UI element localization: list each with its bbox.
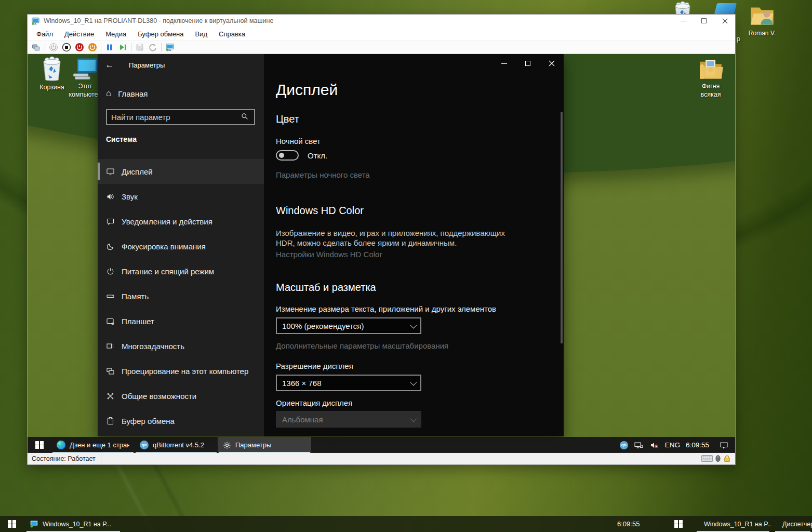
scale-dropdown[interactable]: 100% (рекомендуется) bbox=[276, 317, 421, 334]
close-icon bbox=[722, 18, 728, 24]
menu-media[interactable]: Медиа bbox=[100, 28, 132, 40]
sidebar-item-multitasking[interactable]: Многозадачность bbox=[98, 334, 264, 358]
menu-file[interactable]: Файл bbox=[31, 28, 59, 40]
search-icon[interactable] bbox=[241, 112, 254, 123]
back-button[interactable]: ← bbox=[98, 60, 122, 70]
virtual-machine-icon bbox=[31, 17, 40, 25]
host-taskbar-item-taskmgr[interactable]: Диспетчер bbox=[774, 516, 812, 532]
sidebar-item-tablet[interactable]: Планшет bbox=[98, 309, 264, 334]
vm-folder-icon[interactable]: Фигня всякая bbox=[693, 57, 729, 99]
user-folder-icon bbox=[749, 4, 776, 28]
host-user-folder-label: Roman V. bbox=[747, 30, 778, 37]
night-light-label: Ночной свет bbox=[276, 137, 321, 145]
settings-search-box bbox=[106, 109, 255, 125]
sidebar-item-home[interactable]: ⌂ Главная bbox=[106, 86, 148, 101]
vm-start-button[interactable] bbox=[28, 437, 51, 453]
resume-icon[interactable] bbox=[118, 43, 127, 52]
sidebar-section-label: Система bbox=[106, 135, 137, 143]
taskbar-item-qbittorrent[interactable]: qBittorrent v4.5.2 bbox=[135, 437, 218, 453]
host-taskbar-item-vm1[interactable]: Windows_10_R1 на P... bbox=[25, 516, 122, 532]
volume-muted-icon[interactable] bbox=[649, 441, 659, 450]
virtual-machine-icon bbox=[30, 520, 38, 528]
host-user-folder-icon[interactable]: Roman V. bbox=[747, 4, 778, 37]
menu-help[interactable]: Справка bbox=[213, 28, 251, 40]
night-light-toggle[interactable] bbox=[276, 150, 299, 161]
host-taskbar-item-vm2[interactable]: Windows_10_R1 на P... bbox=[695, 516, 771, 532]
recycle-bin-icon bbox=[39, 56, 64, 82]
sidebar-item-power-sleep[interactable]: Питание и спящий режим bbox=[98, 259, 264, 284]
search-input[interactable] bbox=[107, 113, 241, 122]
windows-logo-icon bbox=[674, 520, 683, 528]
scrollbar-thumb[interactable] bbox=[561, 112, 563, 343]
minimize-button[interactable] bbox=[673, 15, 694, 26]
pause-icon[interactable] bbox=[105, 43, 114, 52]
save-state-icon[interactable] bbox=[88, 43, 97, 52]
advanced-scaling-link[interactable]: Дополнительные параметры масштабирования bbox=[276, 341, 448, 350]
language-indicator[interactable]: ENG bbox=[665, 441, 680, 449]
resolution-dropdown[interactable]: 1366 × 768 bbox=[276, 375, 421, 391]
sidebar-item-storage[interactable]: Память bbox=[98, 284, 264, 309]
running-indicator bbox=[136, 452, 217, 453]
night-light-settings-link[interactable]: Параметры ночного света bbox=[276, 170, 370, 179]
settings-minimize-button[interactable] bbox=[492, 54, 516, 73]
host-partial-icon-label: p bbox=[737, 35, 740, 43]
shut-down-icon[interactable] bbox=[75, 43, 84, 52]
sidebar-item-focus-assist[interactable]: Фокусировка внимания bbox=[98, 234, 264, 259]
storage-icon bbox=[106, 292, 115, 301]
toolbar-separator bbox=[131, 43, 131, 52]
scale-heading: Масштаб и разметка bbox=[276, 282, 376, 294]
maximize-button[interactable] bbox=[694, 15, 714, 26]
network-icon[interactable] bbox=[634, 441, 644, 450]
chevron-down-icon bbox=[410, 379, 417, 385]
close-button[interactable] bbox=[714, 15, 735, 26]
settings-close-button[interactable] bbox=[540, 54, 564, 73]
menu-view[interactable]: Вид bbox=[189, 28, 213, 40]
sidebar-item-display[interactable]: Дисплей bbox=[98, 159, 264, 184]
vm-connection-window: Windows_10_R1 на PROLIANT-DL380 - подклю… bbox=[27, 14, 736, 465]
host-start-button[interactable] bbox=[0, 516, 24, 532]
toolbar-separator bbox=[45, 43, 45, 52]
orientation-dropdown: Альбомная bbox=[276, 411, 421, 428]
menu-clipboard[interactable]: Буфер обмена bbox=[132, 28, 189, 40]
windows-logo-icon bbox=[35, 441, 44, 449]
checkpoint-icon[interactable] bbox=[135, 43, 144, 52]
vm-folder-label: Фигня всякая bbox=[693, 82, 729, 99]
chevron-down-icon bbox=[410, 322, 417, 328]
color-heading: Цвет bbox=[276, 113, 299, 125]
vm-system-tray: ENG 6:09:55 bbox=[620, 437, 735, 453]
enhanced-session-icon[interactable] bbox=[165, 43, 175, 52]
sidebar-item-shared-experiences[interactable]: Общие возможности bbox=[98, 383, 264, 408]
selected-accent-bar bbox=[98, 163, 100, 180]
host-start-button-monitor2[interactable] bbox=[667, 516, 690, 532]
hdr-settings-link[interactable]: Настройки Windows HD Color bbox=[276, 250, 382, 259]
running-indicator bbox=[219, 452, 310, 453]
maximize-icon bbox=[701, 18, 707, 23]
notifications-icon bbox=[106, 217, 115, 226]
taskbar-item-edge[interactable]: Дзен и еще 1 страни... bbox=[51, 437, 135, 453]
revert-icon[interactable] bbox=[148, 43, 157, 52]
host-taskbar: Windows_10_R1 на P... 6:09:55 Windows_10… bbox=[0, 516, 812, 532]
sidebar-item-notifications[interactable]: Уведомления и действия bbox=[98, 209, 264, 234]
projecting-icon bbox=[106, 367, 115, 376]
settings-maximize-button[interactable] bbox=[516, 54, 540, 73]
vm-status-bar: Состояние: Работает bbox=[28, 452, 735, 464]
host-clock[interactable]: 6:09:55 bbox=[617, 516, 651, 532]
menu-action[interactable]: Действие bbox=[59, 28, 100, 40]
sidebar-item-sound[interactable]: Звук bbox=[98, 184, 264, 209]
qbittorrent-tray-icon[interactable] bbox=[620, 441, 628, 449]
chevron-down-icon bbox=[410, 415, 417, 422]
settings-app-title: Параметры bbox=[129, 61, 165, 69]
vm-clock[interactable]: 6:09:55 bbox=[686, 441, 709, 449]
taskbar-item-settings[interactable]: Параметры bbox=[218, 437, 311, 453]
sidebar-item-clipboard[interactable]: Буфер обмена bbox=[98, 408, 264, 433]
start-vm-icon[interactable] bbox=[49, 43, 58, 52]
orientation-label: Ориентация дисплея bbox=[276, 398, 352, 407]
vm-window-titlebar[interactable]: Windows_10_R1 на PROLIANT-DL380 - подклю… bbox=[28, 15, 735, 27]
sidebar-item-projecting[interactable]: Проецирование на этот компьютер bbox=[98, 358, 264, 383]
turn-off-icon[interactable] bbox=[62, 43, 71, 52]
lock-icon bbox=[723, 455, 731, 462]
vm-status-text: Состояние: Работает bbox=[28, 454, 101, 463]
ctrl-alt-del-icon[interactable] bbox=[32, 43, 41, 52]
action-center-icon[interactable] bbox=[719, 441, 729, 450]
vm-taskbar: Дзен и еще 1 страни... qBittorrent v4.5.… bbox=[28, 437, 735, 453]
